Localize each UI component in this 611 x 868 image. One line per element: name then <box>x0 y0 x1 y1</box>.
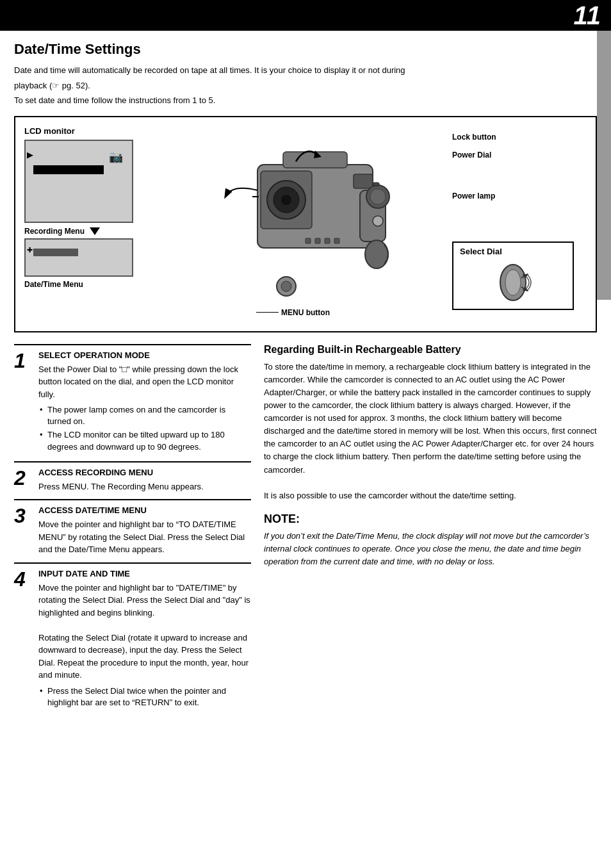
step-1: 1 SELECT OPERATION MODE Set the Power Di… <box>14 344 251 461</box>
svg-rect-12 <box>306 238 311 243</box>
intro-text-1: Date and time will automatically be reco… <box>14 64 597 77</box>
intro-text-3: To set date and time follow the instruct… <box>14 94 597 107</box>
right-tab <box>597 31 611 300</box>
step-number-2: 2 <box>14 468 32 488</box>
page-title: Date/Time Settings <box>14 41 597 58</box>
step-3-body: Move the pointer and highlight bar to “T… <box>38 518 251 556</box>
svg-rect-11 <box>373 183 379 186</box>
step-4: 4 INPUT DATE AND TIME Move the pointer a… <box>14 562 251 717</box>
svg-point-10 <box>373 216 383 226</box>
step-number-4: 4 <box>14 569 32 589</box>
lcd-section: LCD monitor 📷 ▶ Recording Menu ✚ Date/Ti… <box>24 126 152 289</box>
step-3-content: ACCESS DATE/TIME MENU Move the pointer a… <box>38 505 251 556</box>
select-dial-title: Select Dial <box>460 247 566 256</box>
note-body: If you don’t exit the Date/Time Menu, th… <box>264 530 597 568</box>
select-dial-icon <box>460 260 566 305</box>
step-1-bullets: The power lamp comes on and the camcorde… <box>38 404 251 453</box>
lcd-bar <box>33 165 104 174</box>
intro-text-2: playback (☞ pg. 52). <box>14 79 597 92</box>
lock-button-label-group: Lock button Power Dial Power lamp <box>452 133 587 201</box>
svg-point-4 <box>281 195 291 205</box>
svg-rect-15 <box>334 238 339 243</box>
step-3-title: ACCESS DATE/TIME MENU <box>38 505 251 515</box>
step-number-3: 3 <box>14 505 32 526</box>
date-time-menu-box: ✚ <box>24 238 133 277</box>
page-number: 11 <box>574 1 600 30</box>
menu-button-label: MENU button <box>256 308 330 317</box>
date-time-menu-label: Date/Time Menu <box>24 280 152 289</box>
step-3: 3 ACCESS DATE/TIME MENU Move the pointer… <box>14 499 251 562</box>
step-2-title: ACCESS RECORDING MENU <box>38 468 251 477</box>
svg-point-9 <box>370 189 386 204</box>
sidebar-title: Regarding Built-in Rechargeable Battery <box>264 344 597 356</box>
step-number-1: 1 <box>14 350 32 371</box>
step-2: 2 ACCESS RECORDING MENU Press MENU. The … <box>14 461 251 500</box>
step-4-bullet-1: Press the Select Dial twice when the poi… <box>38 685 251 708</box>
svg-rect-6 <box>354 174 373 188</box>
dtm-bar <box>33 249 78 256</box>
step-1-content: SELECT OPERATION MODE Set the Power Dial… <box>38 350 251 455</box>
steps-column: 1 SELECT OPERATION MODE Set the Power Di… <box>14 344 251 717</box>
lock-button-label: Lock button <box>452 133 587 142</box>
step-4-body: Move the pointer and highlight bar to "D… <box>38 582 251 682</box>
right-labels: Lock button Power Dial Power lamp Select… <box>452 126 587 310</box>
arrow-down-icon <box>90 227 100 235</box>
power-lamp-label: Power lamp <box>452 192 587 201</box>
step-4-content: INPUT DATE AND TIME Move the pointer and… <box>38 569 251 710</box>
step-4-bullets: Press the Select Dial twice when the poi… <box>38 685 251 708</box>
step-1-bullet-2: The LCD monitor can be tilted upward up … <box>38 429 251 452</box>
svg-rect-13 <box>315 238 320 243</box>
note-title: NOTE: <box>264 512 597 526</box>
power-dial-label: Power Dial <box>452 151 587 160</box>
sidebar-body: To store the date/time in memory, a rech… <box>264 361 597 503</box>
step-2-body: Press MENU. The Recording Menu appears. <box>38 480 251 493</box>
sidebar-column: Regarding Built-in Rechargeable Battery … <box>264 344 597 717</box>
lcd-label: LCD monitor <box>24 126 152 136</box>
svg-point-22 <box>505 270 521 295</box>
step-1-bullet-1: The power lamp comes on and the camcorde… <box>38 404 251 427</box>
select-dial-box: Select Dial <box>452 242 574 310</box>
recording-menu-label: Recording Menu <box>24 227 152 236</box>
top-bar: 11 <box>0 0 611 31</box>
svg-point-17 <box>281 281 291 291</box>
camera-diagram <box>206 126 398 325</box>
svg-rect-14 <box>325 238 330 243</box>
step-1-title: SELECT OPERATION MODE <box>38 350 251 360</box>
step-4-title: INPUT DATE AND TIME <box>38 569 251 578</box>
step-1-body: Set the Power Dial to "□" while pressing… <box>38 363 251 401</box>
lcd-monitor: 📷 ▶ <box>24 140 133 223</box>
diagram-box: LCD monitor 📷 ▶ Recording Menu ✚ Date/Ti… <box>14 116 597 332</box>
lcd-icon: 📷 <box>109 150 123 164</box>
step-2-content: ACCESS RECORDING MENU Press MENU. The Re… <box>38 468 251 493</box>
camera-section: MENU button <box>159 126 446 325</box>
